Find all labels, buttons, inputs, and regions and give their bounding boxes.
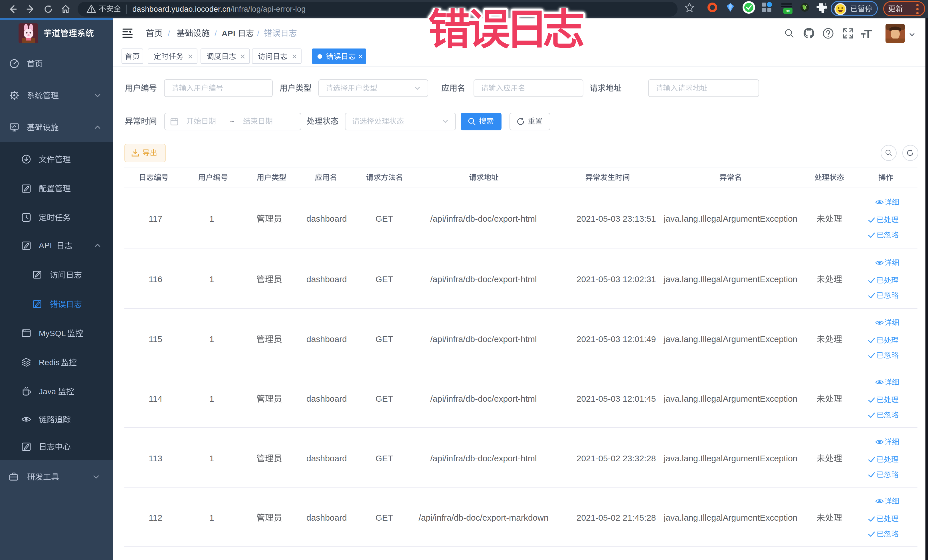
svg-text:on: on <box>786 9 790 13</box>
